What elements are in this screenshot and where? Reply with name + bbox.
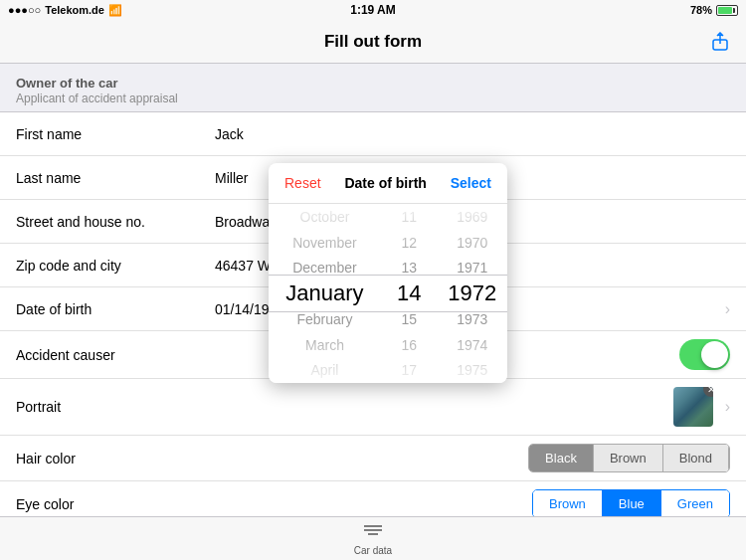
picker-day-17: 17 <box>381 357 437 383</box>
date-picker: Reset Date of birth Select October Novem… <box>269 163 507 383</box>
battery-percent: 78% <box>690 4 712 16</box>
hair-color-segmented: Black Brown Blond <box>528 444 730 472</box>
picker-month-february: February <box>269 306 381 332</box>
picker-year-1975: 1975 <box>437 357 507 383</box>
accident-causer-toggle[interactable] <box>679 339 730 370</box>
status-right: 78% <box>690 4 738 16</box>
battery-icon <box>716 5 738 16</box>
tab-car-data-label: Car data <box>354 545 392 556</box>
eye-color-segmented: Brown Blue Green <box>532 489 730 516</box>
carrier: Telekom.de <box>45 4 104 16</box>
picker-day-col[interactable]: 11 12 13 14 15 16 17 <box>381 204 437 383</box>
picker-select-button[interactable]: Select <box>451 175 491 191</box>
picker-month-april: April <box>269 357 381 383</box>
owner-section-title: Owner of the car <box>16 76 730 91</box>
signal-dots: ●●●○○ <box>8 4 41 16</box>
picker-reset-button[interactable]: Reset <box>284 175 321 191</box>
picker-day-11: 11 <box>381 204 437 230</box>
hair-color-blond-btn[interactable]: Blond <box>663 445 729 471</box>
picker-day-15: 15 <box>381 306 437 332</box>
picker-day-13: 13 <box>381 255 437 280</box>
picker-body: October November December January Februa… <box>269 204 507 383</box>
hair-color-label: Hair color <box>16 451 215 467</box>
first-name-value: Jack <box>215 126 730 142</box>
picker-month-december: December <box>269 255 381 280</box>
portrait-row[interactable]: Portrait ✕ › <box>0 379 746 436</box>
owner-section-subtitle: Applicant of accident appraisal <box>16 92 730 105</box>
eye-color-blue-btn[interactable]: Blue <box>603 490 661 516</box>
status-left: ●●●○○ Telekom.de 📶 <box>8 4 122 17</box>
picker-month-november: November <box>269 230 381 256</box>
nav-bar: Fill out form <box>0 20 746 64</box>
status-bar: ●●●○○ Telekom.de 📶 1:19 AM 78% <box>0 0 746 20</box>
portrait-chevron: › <box>725 398 730 416</box>
picker-year-col[interactable]: 1969 1970 1971 1972 1973 1974 1975 <box>437 204 507 383</box>
eye-color-row: Eye color Brown Blue Green <box>0 481 746 516</box>
eye-color-green-btn[interactable]: Green <box>661 490 729 516</box>
picker-year-1971: 1971 <box>437 255 507 280</box>
accident-causer-label: Accident causer <box>16 347 215 363</box>
picker-title: Date of birth <box>344 175 426 191</box>
picker-header: Reset Date of birth Select <box>269 163 507 204</box>
portrait-label: Portrait <box>16 399 215 415</box>
picker-year-1974: 1974 <box>437 332 507 358</box>
first-name-label: First name <box>16 126 215 142</box>
picker-year-1972: 1972 <box>437 280 507 306</box>
last-name-label: Last name <box>16 170 215 186</box>
toggle-knob <box>701 341 728 368</box>
eye-color-label: Eye color <box>16 496 215 512</box>
picker-day-12: 12 <box>381 230 437 256</box>
picker-month-october: October <box>269 204 381 230</box>
picker-day-14: 14 <box>381 280 437 306</box>
picker-month-january: January <box>269 280 381 306</box>
nav-title: Fill out form <box>324 32 422 52</box>
tab-car-data[interactable]: Car data <box>354 522 392 556</box>
car-data-icon <box>362 522 384 543</box>
hair-color-brown-btn[interactable]: Brown <box>594 445 663 471</box>
hair-color-black-btn[interactable]: Black <box>529 445 594 471</box>
hair-color-row: Hair color Black Brown Blond <box>0 436 746 481</box>
eye-color-brown-btn[interactable]: Brown <box>533 490 603 516</box>
picker-year-1973: 1973 <box>437 306 507 332</box>
share-button[interactable] <box>706 28 734 56</box>
picker-month-march: March <box>269 332 381 358</box>
picker-year-1970: 1970 <box>437 230 507 256</box>
dob-chevron: › <box>725 300 730 318</box>
picker-month-col[interactable]: October November December January Februa… <box>269 204 381 383</box>
picker-year-1969: 1969 <box>437 204 507 230</box>
wifi-icon: 📶 <box>108 4 122 17</box>
portrait-thumbnail: ✕ <box>673 387 713 427</box>
owner-section-header: Owner of the car Applicant of accident a… <box>0 64 746 111</box>
tab-bar: Car data <box>0 516 746 560</box>
dob-label: Date of birth <box>16 301 215 317</box>
zip-label: Zip code and city <box>16 258 215 274</box>
first-name-row: First name Jack <box>0 112 746 156</box>
street-label: Street and house no. <box>16 214 215 230</box>
picker-day-16: 16 <box>381 332 437 358</box>
status-time: 1:19 AM <box>350 3 396 17</box>
